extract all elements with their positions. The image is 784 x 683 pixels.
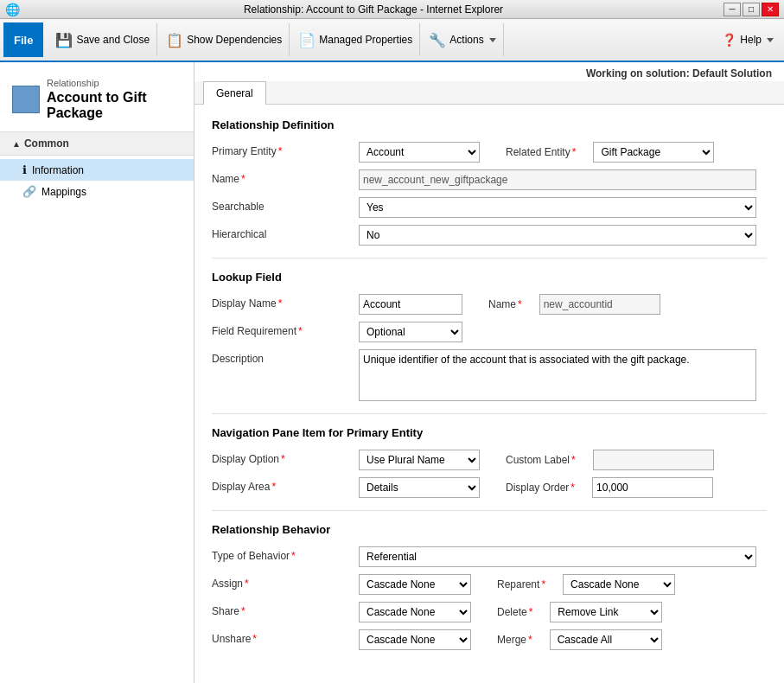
assign-label: Assign*	[212, 574, 350, 590]
show-dependencies-button[interactable]: 📋 Show Dependencies	[159, 23, 290, 56]
hierarchical-label: Hierarchical	[212, 225, 350, 240]
delete-select[interactable]: Remove Link Cascade None Restrict	[550, 602, 662, 622]
primary-entity-label: Primary Entity*	[212, 142, 350, 157]
searchable-label: Searchable	[212, 197, 350, 213]
reparent-select[interactable]: Cascade None Cascade All	[563, 574, 675, 595]
save-close-button[interactable]: 💾 Save and Close	[48, 23, 157, 56]
sidebar-section-label: Common	[24, 137, 69, 150]
display-order-label: Display Order*	[506, 482, 575, 494]
actions-icon: 🔧	[429, 32, 446, 48]
managed-props-icon: 📄	[298, 32, 316, 48]
unshare-label: Unshare*	[212, 629, 350, 645]
primary-related-entity-row: Primary Entity* Account Related Entity* …	[212, 142, 767, 163]
assign-select[interactable]: Cascade None Cascade All Cascade Active …	[359, 574, 471, 595]
managed-props-label: Managed Properties	[319, 34, 412, 46]
hierarchical-select[interactable]: No Yes	[359, 225, 756, 246]
related-entity-select[interactable]: Gift Package	[593, 142, 714, 163]
unshare-select[interactable]: Cascade None Cascade All	[359, 629, 471, 650]
merge-select[interactable]: Cascade All Cascade None	[550, 629, 662, 650]
tab-general[interactable]: General	[203, 81, 266, 105]
close-button[interactable]: ✕	[762, 3, 779, 16]
help-icon: ❓	[722, 33, 736, 47]
type-of-behavior-label: Type of Behavior*	[212, 546, 350, 562]
breadcrumb-area: Relationship Account to Gift Package	[0, 71, 194, 128]
main-layout: Relationship Account to Gift Package ▲ C…	[0, 62, 784, 683]
field-requirement-row: Field Requirement* Optional Business Req…	[212, 322, 767, 342]
navigation-pane-title: Navigation Pane Item for Primary Entity	[212, 426, 767, 439]
hierarchical-row: Hierarchical No Yes	[212, 225, 767, 246]
collapse-icon: ▲	[12, 139, 21, 149]
solution-label: Working on solution: Default Solution	[194, 62, 784, 81]
delete-label: Delete*	[497, 606, 532, 618]
searchable-row: Searchable Yes No	[212, 197, 767, 218]
lookup-display-name-row: Display Name* Name*	[212, 294, 767, 315]
share-select[interactable]: Cascade None Cascade All	[359, 602, 471, 622]
description-row: Description Unique identifier of the acc…	[212, 349, 767, 401]
name-input[interactable]	[359, 169, 756, 190]
primary-entity-select[interactable]: Account	[359, 142, 480, 163]
assign-reparent-row: Assign* Cascade None Cascade All Cascade…	[212, 574, 767, 595]
title-bar-text: Relationship: Account to Gift Package - …	[23, 3, 723, 16]
sidebar-item-mappings[interactable]: 🔗 Mappings	[0, 181, 194, 202]
mappings-icon: 🔗	[22, 185, 36, 198]
description-textarea[interactable]: Unique identifier of the account that is…	[359, 349, 756, 401]
field-requirement-label: Field Requirement*	[212, 322, 350, 337]
help-button[interactable]: ❓ Help	[715, 29, 781, 50]
display-area-select[interactable]: Details Marketing Sales Service	[359, 477, 480, 498]
help-chevron-icon	[767, 38, 774, 42]
lookup-display-name-label: Display Name*	[212, 294, 350, 310]
page-title: Account to Gift Package	[47, 90, 182, 121]
lookup-name-label: Name*	[488, 298, 522, 310]
save-icon: 💾	[55, 32, 73, 48]
custom-label-input[interactable]	[593, 450, 714, 470]
file-button[interactable]: File	[3, 22, 43, 57]
sidebar: Relationship Account to Gift Package ▲ C…	[0, 62, 194, 683]
toolbar: File 💾 Save and Close 📋 Show Dependencie…	[0, 19, 784, 62]
display-order-input[interactable]	[592, 477, 713, 498]
show-deps-label: Show Dependencies	[187, 34, 282, 46]
sidebar-section-common: ▲ Common	[0, 131, 194, 156]
reparent-label: Reparent*	[497, 578, 545, 590]
type-of-behavior-select[interactable]: Referential Parental Configurable Cascad…	[359, 546, 756, 567]
content-area: Working on solution: Default Solution Ge…	[194, 62, 784, 683]
relationship-definition-title: Relationship Definition	[212, 118, 767, 131]
title-bar: 🌐 Relationship: Account to Gift Package …	[0, 0, 784, 19]
breadcrumb: Relationship	[47, 78, 182, 88]
ie-logo-icon: 🌐	[5, 3, 20, 16]
merge-label: Merge*	[497, 634, 532, 646]
related-entity-label: Related Entity*	[506, 146, 576, 158]
searchable-select[interactable]: Yes No	[359, 197, 756, 218]
lookup-name-input[interactable]	[539, 294, 660, 315]
help-label: Help	[740, 34, 762, 46]
display-option-select[interactable]: Use Plural Name Use Custom Label Do Not …	[359, 450, 480, 470]
lookup-display-name-input[interactable]	[359, 294, 462, 315]
lookup-field-title: Lookup Field	[212, 271, 767, 284]
share-label: Share*	[212, 602, 350, 617]
sidebar-item-mappings-label: Mappings	[41, 186, 86, 198]
description-label: Description	[212, 349, 350, 365]
relationship-behavior-title: Relationship Behavior	[212, 523, 767, 536]
share-delete-row: Share* Cascade None Cascade All Delete* …	[212, 602, 767, 622]
entity-icon	[12, 86, 40, 113]
field-requirement-select[interactable]: Optional Business Required Business Reco…	[359, 322, 462, 342]
managed-properties-button[interactable]: 📄 Managed Properties	[291, 23, 420, 56]
divider-2	[212, 413, 767, 414]
window-controls: ─ □ ✕	[723, 3, 779, 16]
sidebar-item-information-label: Information	[32, 164, 84, 176]
actions-label: Actions	[449, 34, 483, 46]
tabs: General	[194, 81, 784, 105]
save-close-label: Save and Close	[76, 34, 150, 46]
type-of-behavior-row: Type of Behavior* Referential Parental C…	[212, 546, 767, 567]
minimize-button[interactable]: ─	[723, 3, 741, 16]
name-row: Name*	[212, 169, 767, 190]
actions-chevron-icon	[489, 38, 496, 42]
divider-1	[212, 258, 767, 259]
unshare-merge-row: Unshare* Cascade None Cascade All Merge*…	[212, 629, 767, 650]
deps-icon: 📋	[166, 32, 183, 48]
sidebar-item-information[interactable]: ℹ Information	[0, 159, 194, 181]
restore-button[interactable]: □	[743, 3, 760, 16]
actions-button[interactable]: 🔧 Actions	[422, 23, 503, 56]
display-option-label: Display Option*	[212, 450, 350, 465]
display-option-row: Display Option* Use Plural Name Use Cust…	[212, 450, 767, 470]
display-area-row: Display Area* Details Marketing Sales Se…	[212, 477, 767, 498]
